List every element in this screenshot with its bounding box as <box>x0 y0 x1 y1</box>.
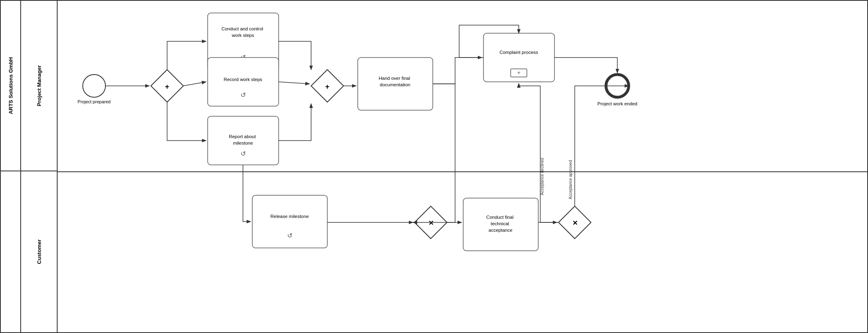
left-labels: ARTS Solutions GmbH Project Manager Cust… <box>1 1 58 332</box>
task-6-label: Release milestone <box>271 214 309 219</box>
diagram-container: ARTS Solutions GmbH Project Manager Cust… <box>0 0 868 333</box>
task-5-label: Complaint process <box>499 50 538 55</box>
task-2-loop: ↺ <box>241 92 246 98</box>
gateway-2-symbol: + <box>325 83 330 91</box>
label-acceptance-declined: Acceptance declined <box>540 158 544 195</box>
gateway-1-symbol: + <box>165 83 170 91</box>
top-lane-section: ARTS Solutions GmbH Project Manager <box>1 1 57 171</box>
flow-task3-task6 <box>243 165 251 222</box>
flow-task4-complaint <box>433 58 482 84</box>
gateway-4-symbol: ✕ <box>572 220 578 226</box>
task-3-loop: ↺ <box>241 150 246 157</box>
end-event-label: Project work ended <box>597 101 637 106</box>
gateway-3-symbol: ✕ <box>428 220 434 226</box>
flow-gw1-task3 <box>167 102 206 141</box>
project-manager-label: Project Manager <box>21 1 57 171</box>
flow-gw1-task2 <box>183 82 206 86</box>
flow-complaint-end <box>554 58 617 73</box>
flow-task3-gw2 <box>279 104 311 141</box>
lane-0-text: Project Manager <box>36 65 42 106</box>
bpmn-svg: Project prepared + Conduct and control w… <box>58 1 868 333</box>
flow-task2-gw2 <box>279 82 309 84</box>
task-6-loop: ↺ <box>287 232 292 239</box>
org-label: ARTS Solutions GmbH <box>1 1 21 171</box>
task-2-label: Record work steps <box>223 77 262 82</box>
org-name: ARTS Solutions GmbH <box>8 57 14 114</box>
task-6-rect <box>252 195 327 248</box>
start-event-label: Project prepared <box>77 99 110 104</box>
flow-task1-gw2 <box>279 41 311 70</box>
bottom-lane-section: Customer <box>1 171 57 332</box>
start-event <box>83 75 105 97</box>
org-label-bottom <box>1 171 21 332</box>
lane-1-text: Customer <box>36 239 42 264</box>
flow-gw1-task1 <box>167 41 206 70</box>
label-acceptance-approved: Acceptance approved <box>568 160 573 199</box>
customer-label: Customer <box>21 171 57 332</box>
subprocess-plus: + <box>517 69 520 76</box>
